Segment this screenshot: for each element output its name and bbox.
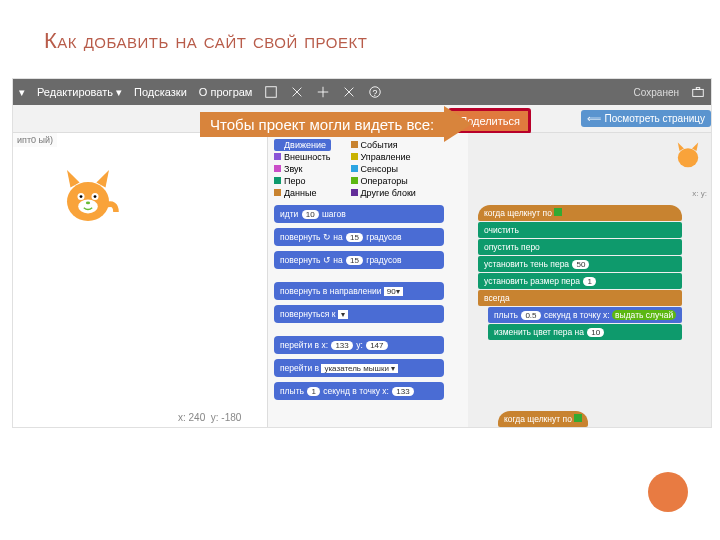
svg-rect-4 xyxy=(696,88,700,90)
blk-pencolor[interactable]: изменить цвет пера на 10 xyxy=(488,324,682,340)
svg-text:?: ? xyxy=(373,88,378,98)
flag-icon xyxy=(554,208,562,216)
arrow-head-icon xyxy=(444,106,472,142)
content-area: ипт0 ый) x: 240 y: -180 xyxy=(13,133,711,427)
stage-coords: x: 240 y: -180 xyxy=(178,412,241,423)
slide-title: Как добавить на сайт свой проект xyxy=(0,0,720,54)
block-palette: Движение Внешность Звук Перо Данные Собы… xyxy=(274,139,416,199)
shrink-icon[interactable] xyxy=(342,85,356,99)
cat-pen[interactable]: Перо xyxy=(274,175,331,187)
cat-control[interactable]: Управление xyxy=(351,151,416,163)
hat-flag-2[interactable]: когда щелкнут по xyxy=(498,411,588,427)
editor-column: Движение Внешность Звук Перо Данные Собы… xyxy=(267,133,711,427)
script-area[interactable]: x: y: когда щелкнут по очистить опустить… xyxy=(468,133,711,427)
menu-tips[interactable]: Подсказки xyxy=(134,86,187,98)
menu-edit[interactable]: Редактировать ▾ xyxy=(37,86,122,99)
callout-arrow: Чтобы проект могли видеть все: xyxy=(200,106,472,142)
grow-icon[interactable] xyxy=(316,85,330,99)
main-toolbar: ▾ Редактировать ▾ Подсказки О програм ? … xyxy=(13,79,711,105)
hat-flag[interactable]: когда щелкнут по xyxy=(478,205,682,221)
blk-goto-xy[interactable]: перейти в x: 133 y: 147 xyxy=(274,336,444,354)
cat-operators[interactable]: Операторы xyxy=(351,175,416,187)
sprite-tab[interactable]: ипт0 ый) xyxy=(13,133,57,147)
blk-move[interactable]: идти 10 шагов xyxy=(274,205,444,223)
sprite-thumb-icon xyxy=(671,139,705,177)
blk-penshade[interactable]: установить тень пера 50 xyxy=(478,256,682,272)
blk-glide[interactable]: плыть 1 секунд в точку x: 133 xyxy=(274,382,444,400)
blk-point-dir[interactable]: повернуть в направлении 90▾ xyxy=(274,282,444,300)
suitcase-icon[interactable] xyxy=(691,85,705,99)
blk-pendown[interactable]: опустить перо xyxy=(478,239,682,255)
callout-text: Чтобы проект могли видеть все: xyxy=(200,112,444,137)
cat-data[interactable]: Данные xyxy=(274,187,331,199)
script-stack-1[interactable]: когда щелкнут по очистить опустить перо … xyxy=(478,205,682,341)
blk-point-towards[interactable]: повернуться к ▾ xyxy=(274,305,444,323)
saved-label: Сохранен xyxy=(634,87,679,98)
svg-point-14 xyxy=(678,148,698,167)
blk-forever[interactable]: всегда xyxy=(478,290,682,306)
slide-dot-icon xyxy=(648,472,688,512)
cat-looks[interactable]: Внешность xyxy=(274,151,331,163)
blk-turn-ccw[interactable]: повернуть ↺ на 15 градусов xyxy=(274,251,444,269)
svg-point-11 xyxy=(80,195,83,198)
svg-point-13 xyxy=(86,202,90,205)
menu-about[interactable]: О програм xyxy=(199,86,253,98)
svg-rect-3 xyxy=(693,89,704,96)
script-stack-2[interactable]: когда щелкнут по всегда xyxy=(498,411,588,428)
menu-lang[interactable]: ▾ xyxy=(19,86,25,99)
flag-icon xyxy=(574,414,582,422)
sprite-xy: x: y: xyxy=(692,189,707,198)
stamp-icon[interactable] xyxy=(264,85,278,99)
scratch-cat-icon xyxy=(53,163,123,237)
help-icon[interactable]: ? xyxy=(368,85,382,99)
cat-sound[interactable]: Звук xyxy=(274,163,331,175)
cat-more[interactable]: Другие блоки xyxy=(351,187,416,199)
arrow-left-icon: ⟸ xyxy=(587,113,601,124)
blk-goto[interactable]: перейти в указатель мышки ▾ xyxy=(274,359,444,377)
cat-sensing[interactable]: Сенсоры xyxy=(351,163,416,175)
blk-clear[interactable]: очистить xyxy=(478,222,682,238)
blk-turn-cw[interactable]: повернуть ↻ на 15 градусов xyxy=(274,228,444,246)
svg-point-12 xyxy=(94,195,97,198)
svg-rect-0 xyxy=(266,87,277,98)
blk-pensize[interactable]: установить размер пера 1 xyxy=(478,273,682,289)
stage-column: ипт0 ый) x: 240 y: -180 xyxy=(13,133,267,427)
motion-blocks: идти 10 шагов повернуть ↻ на 15 градусов… xyxy=(274,205,444,405)
view-page-button[interactable]: ⟸ Посмотреть страницу xyxy=(581,110,711,127)
blk-glide2[interactable]: плыть 0.5 секунд в точку x: выдать случа… xyxy=(488,307,682,323)
scissors-icon[interactable] xyxy=(290,85,304,99)
